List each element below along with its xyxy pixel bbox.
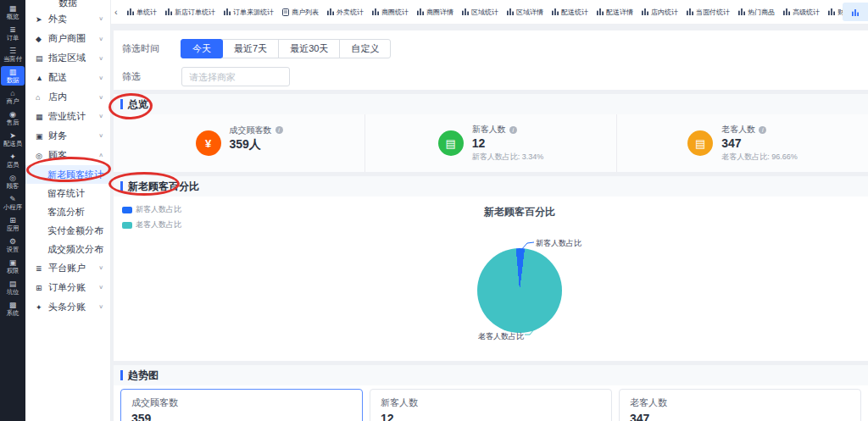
info-icon[interactable]: i [509, 126, 517, 134]
stat-body: 成交顾客数 i 359人 [230, 125, 283, 163]
legend-swatch [122, 222, 132, 229]
time-filter-button[interactable]: 今天 [181, 39, 223, 58]
trend-section-title: 趋势图 [128, 368, 159, 383]
sidebar-item[interactable]: ➤ 外卖 ∨ [25, 9, 110, 29]
rail-item[interactable]: ➤ 配送员 [1, 130, 25, 149]
overview-stats-row: ¥ 成交顾客数 i 359人 ▤ 新客人数 [114, 114, 868, 172]
sidebar-item[interactable]: ▲ 配送 ∨ [25, 68, 110, 87]
rail-item[interactable]: ▦ 概览 [1, 3, 25, 22]
tab[interactable]: 商圈详情 [413, 0, 458, 24]
rail-item-icon: ☰ [9, 47, 16, 55]
rail-item[interactable]: ≣ 订单 [1, 24, 25, 43]
rail-item-icon: ▥ [9, 68, 17, 76]
tab[interactable]: 热门商品 [734, 0, 779, 24]
chevron-icon: ∨ [98, 285, 103, 291]
trend-card[interactable]: 老客人数 347 [619, 389, 861, 421]
sidebar-item-label: 指定区域 [48, 52, 86, 64]
tab[interactable]: 商户列表 [278, 0, 323, 24]
overview-card: 总览 ¥ 成交顾客数 i 359人 ▤ [114, 94, 868, 172]
rail-item[interactable]: ✎ 小程序 [1, 193, 25, 213]
tab[interactable]: 订单来源统计 [220, 0, 278, 24]
sidebar-item[interactable]: ◆ 商户商圈 ∨ [25, 29, 110, 48]
rail-item-label: 店员 [7, 161, 19, 168]
rail-item[interactable]: ▣ 权限 [1, 257, 25, 276]
trend-card[interactable]: 成交顾客数 359 [120, 389, 363, 421]
rail-item-label: 数据 [7, 76, 19, 83]
tab[interactable]: 单统计 [123, 0, 161, 24]
tab[interactable]: 区域统计 [458, 0, 503, 24]
rail-item[interactable]: ▤ 坑位 [1, 278, 25, 297]
sidebar-item[interactable]: 成交频次分布 [25, 240, 110, 258]
tab[interactable]: 新店订单统计 [161, 0, 220, 24]
rail-item[interactable]: ✦ 店员 [1, 151, 25, 170]
time-filter-group: 今天 最近7天 最近30天 自定义 [181, 39, 391, 58]
tab[interactable]: 店内统计 [637, 0, 682, 24]
pie-legend: 新客人数占比 老客人数占比 [122, 204, 181, 235]
left-rail: ▦ 概览 ≣ 订单 ☰ 当面付 ▥ 数据 ⌂ 商户 ◉ 售后 ➤ 配送员 [0, 0, 25, 421]
time-filter-button[interactable]: 最近7天 [222, 39, 279, 58]
tab[interactable]: 商圈统计 [368, 0, 413, 24]
rail-item[interactable]: ⌂ 商户 [1, 87, 25, 107]
sidebar-item[interactable]: 实付金额分布 [25, 221, 110, 240]
sidebar-item-icon: ◆ [36, 35, 44, 43]
legend-item[interactable]: 新客人数占比 [122, 204, 181, 215]
chevron-icon: ∨ [98, 114, 103, 119]
rail-item[interactable]: ▩ 系统 [1, 299, 25, 319]
percent-section-title: 新老顾客百分比 [128, 180, 199, 194]
sidebar-item[interactable]: 客流分析 [25, 202, 110, 221]
sidebar-item[interactable]: 留存统计 [25, 184, 110, 202]
sidebar-item[interactable]: ▤ 指定区域 ∨ [25, 48, 110, 68]
tab-label: 新店订单统计 [175, 8, 215, 17]
tab[interactable]: 区域详情 [503, 0, 548, 24]
bar-chart-icon [828, 8, 835, 15]
tab-active-partial[interactable] [843, 3, 868, 21]
rail-item-icon: ✦ [9, 152, 16, 161]
tab[interactable]: 财务统计 [824, 0, 843, 24]
rail-item-icon: ◎ [9, 174, 16, 182]
sidebar-item[interactable]: ⊞ 订单分账 ∨ [25, 278, 110, 297]
bar-chart-icon [224, 8, 231, 15]
trend-card-value: 12 [381, 412, 601, 421]
tab[interactable]: 外卖统计 [323, 0, 368, 24]
rail-item[interactable]: ⚙ 设置 [1, 235, 25, 255]
sidebar-item-icon: ⌂ [36, 93, 44, 102]
time-filter-button[interactable]: 自定义 [339, 39, 391, 58]
rail-item[interactable]: ☰ 当面付 [1, 45, 25, 64]
tab[interactable]: 当面付统计 [682, 0, 734, 24]
sidebar-item[interactable]: ⌂ 店内 ∨ [25, 87, 110, 107]
info-icon[interactable]: i [759, 126, 766, 134]
sidebar-item[interactable]: ◎ 顾客 ∧ [25, 146, 110, 165]
tabs-scroll-left-icon[interactable]: ‹ [114, 7, 123, 17]
rail-item[interactable]: ▥ 数据 [1, 66, 25, 86]
rail-item[interactable]: ◉ 售后 [1, 108, 25, 128]
sidebar-item[interactable]: ▣ 财务 ∨ [25, 126, 110, 146]
sidebar-item[interactable]: 新老顾客统计 [25, 165, 110, 184]
sidebar-menu: ➤ 外卖 ∨ ◆ 商户商圈 ∨ ▤ 指定区域 ∨ ▲ 配送 ∨ [25, 9, 110, 317]
rail-item[interactable]: ⊞ 应用 [1, 214, 25, 234]
overview-section-title: 总览 [128, 97, 148, 112]
trend-card-label: 新客人数 [381, 396, 601, 409]
sidebar-item[interactable]: ≣ 平台账户 ∨ [25, 258, 110, 278]
tab[interactable]: 配送统计 [548, 0, 593, 24]
tab[interactable]: 配送详情 [593, 0, 637, 24]
sidebar-item-icon: ✦ [36, 303, 44, 312]
info-icon[interactable]: i [275, 126, 283, 134]
stat-label: 老客人数 [721, 124, 755, 136]
tab[interactable]: 高级统计 [779, 0, 824, 24]
rail-item[interactable]: ◎ 顾客 [1, 172, 25, 191]
time-filter-button[interactable]: 最近30天 [278, 39, 340, 58]
chevron-icon: ∨ [98, 265, 103, 271]
legend-item[interactable]: 老客人数占比 [122, 219, 181, 230]
rail-item-label: 权限 [7, 267, 19, 274]
trend-card[interactable]: 新客人数 12 [370, 389, 612, 421]
sidebar-item[interactable]: ✦ 头条分账 ∨ [25, 297, 110, 317]
rail-item-label: 售后 [7, 119, 19, 125]
bar-chart-icon [642, 8, 648, 15]
rail-item-label: 系统 [7, 309, 19, 316]
stat-icon: ¥ [196, 130, 221, 156]
sidebar-item[interactable]: ▦ 营业统计 ∨ [25, 107, 110, 126]
bar-chart-icon [507, 8, 514, 15]
stat-value: 359人 [230, 137, 283, 152]
merchant-select-input[interactable] [181, 67, 290, 86]
rail-item-icon: ⚙ [9, 237, 16, 246]
